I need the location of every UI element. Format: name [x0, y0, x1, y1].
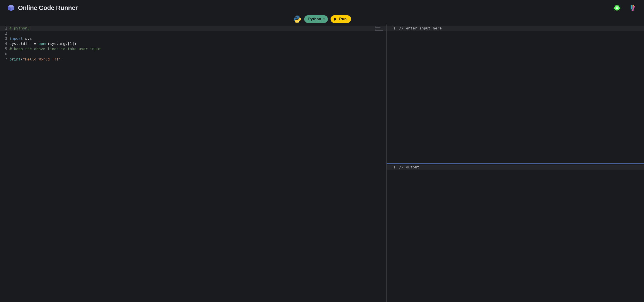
line-number: 2	[0, 31, 10, 36]
code-editor-pane[interactable]: 1# python323import sys4sys.stdin = open(…	[0, 25, 386, 302]
code-editor[interactable]: 1# python323import sys4sys.stdin = open(…	[0, 25, 386, 302]
theme-palette-button[interactable]	[629, 4, 637, 12]
code-line[interactable]: 1// enter input here	[386, 26, 644, 31]
run-button[interactable]: Run	[330, 15, 351, 23]
svg-point-12	[298, 21, 299, 22]
svg-point-5	[616, 7, 618, 8]
app-title: Online Code Runner	[18, 4, 78, 11]
code-content: print("Hello World !!!")	[10, 57, 63, 62]
language-select[interactable]: Python ▾	[304, 15, 328, 23]
toolbar: Python ▾ Run	[0, 13, 644, 25]
python-logo-icon	[293, 15, 302, 23]
play-icon	[334, 17, 337, 21]
svg-point-10	[633, 9, 634, 10]
workspace: 1# python323import sys4sys.stdin = open(…	[0, 25, 644, 302]
line-number: 5	[0, 46, 10, 51]
code-content: sys.stdin = open(sys.argv[1])	[10, 41, 76, 46]
line-number: 1	[386, 26, 399, 31]
sun-icon	[613, 4, 621, 12]
code-line[interactable]: 5# keep the above lines to take user inp…	[0, 46, 386, 51]
output-pane: 1// output	[386, 163, 644, 302]
run-button-label: Run	[339, 17, 346, 21]
output-editor: 1// output	[386, 164, 644, 170]
language-select-label: Python	[308, 17, 321, 21]
svg-point-11	[296, 16, 296, 17]
input-editor[interactable]: 1// enter input here	[386, 25, 644, 31]
code-line[interactable]: 4sys.stdin = open(sys.argv[1])	[0, 41, 386, 46]
line-number: 4	[0, 41, 10, 46]
line-number: 1	[386, 165, 399, 170]
svg-rect-8	[632, 5, 635, 11]
code-content: import sys	[10, 36, 32, 41]
header-right	[613, 4, 637, 12]
header: Online Code Runner	[0, 0, 644, 13]
svg-point-9	[631, 9, 632, 10]
header-left: Online Code Runner	[7, 3, 78, 12]
line-number: 3	[0, 36, 10, 41]
code-line[interactable]: 2	[0, 31, 386, 36]
input-pane[interactable]: 1// enter input here	[386, 25, 644, 163]
palette-icon	[630, 4, 637, 11]
line-number: 1	[0, 26, 10, 31]
code-line[interactable]: 3import sys	[0, 36, 386, 41]
line-number: 6	[0, 51, 10, 57]
line-number: 7	[0, 57, 10, 62]
code-line[interactable]: 1# python3	[0, 26, 386, 31]
code-content: // enter input here	[399, 26, 442, 31]
io-pane: 1// enter input here 1// output	[386, 25, 644, 302]
app-logo-icon	[7, 3, 15, 12]
chevron-down-icon: ▾	[323, 17, 325, 21]
code-line[interactable]: 1// output	[386, 165, 644, 170]
code-line[interactable]: 6	[0, 51, 386, 57]
code-line[interactable]: 7print("Hello World !!!")	[0, 57, 386, 62]
code-content: // output	[399, 165, 419, 170]
code-content: # keep the above lines to take user inpu…	[10, 46, 101, 51]
minimap[interactable]	[375, 25, 386, 34]
theme-toggle-button[interactable]	[613, 4, 621, 12]
code-content: # python3	[10, 26, 30, 31]
